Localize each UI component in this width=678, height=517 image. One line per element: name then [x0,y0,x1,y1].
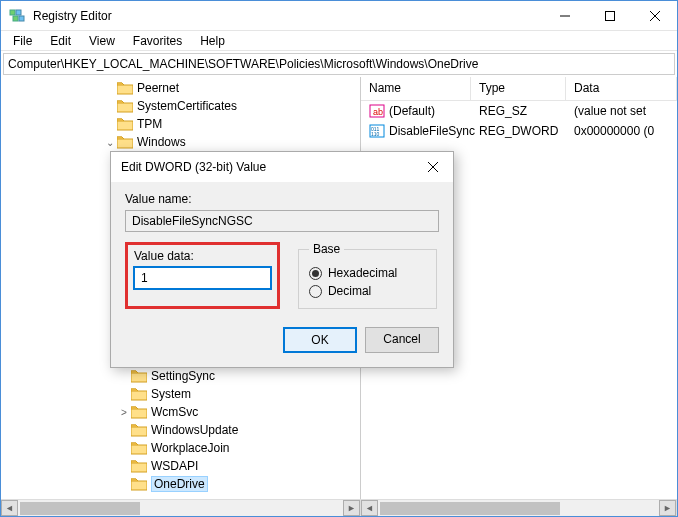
tree-label: WindowsUpdate [151,423,238,437]
value-name-label: Value name: [125,192,439,206]
menu-file[interactable]: File [5,32,40,50]
tree-label: SystemCertificates [137,99,237,113]
tree-item-windows[interactable]: ⌄Windows [1,133,360,151]
col-data[interactable]: Data [566,77,677,100]
tree-scroll-right[interactable]: ► [343,500,360,516]
value-type: REG_SZ [479,104,527,118]
list-row[interactable]: ab(Default)REG_SZ(value not set [361,101,677,121]
svg-text:ab: ab [373,107,383,117]
radio-dec[interactable] [309,285,322,298]
list-header: Name Type Data [361,77,677,101]
window-title: Registry Editor [33,9,542,23]
radio-dec-label: Decimal [328,284,371,298]
radio-dec-row[interactable]: Decimal [309,284,426,298]
tree-scroll-track[interactable] [18,500,343,516]
minimize-icon [560,11,570,21]
value-name: DisableFileSync [389,124,475,138]
tree-scroll-left[interactable]: ◄ [1,500,18,516]
svg-text:110: 110 [371,131,380,137]
cancel-button[interactable]: Cancel [365,327,439,353]
highlight-box: Value data: [125,242,280,309]
radio-hex[interactable] [309,267,322,280]
value-data-label: Value data: [134,249,271,263]
menu-view[interactable]: View [81,32,123,50]
tree-label: WcmSvc [151,405,198,419]
tree-label: WSDAPI [151,459,198,473]
svg-rect-5 [605,11,614,20]
edit-dword-dialog: Edit DWORD (32-bit) Value Value name: Di… [110,151,454,368]
menu-favorites[interactable]: Favorites [125,32,190,50]
tree-item-system[interactable]: System [1,385,360,403]
tree-item-wsdapi[interactable]: WSDAPI [1,457,360,475]
app-icon [9,8,25,24]
tree-item-peernet[interactable]: Peernet [1,79,360,97]
menubar: File Edit View Favorites Help [1,31,677,51]
dialog-close-button[interactable] [413,152,453,182]
maximize-icon [605,11,615,21]
value-type: REG_DWORD [479,124,558,138]
tree-item-wcmsvc[interactable]: >WcmSvc [1,403,360,421]
ok-button[interactable]: OK [283,327,357,353]
list-row[interactable]: 011110DisableFileSyncREG_DWORD0x00000000… [361,121,677,141]
value-data: 0x00000000 (0 [574,124,654,138]
tree-scroll-thumb[interactable] [20,502,140,515]
tree-item-systemcertificates[interactable]: SystemCertificates [1,97,360,115]
radio-hex-row[interactable]: Hexadecimal [309,266,426,280]
address-text: Computer\HKEY_LOCAL_MACHINE\SOFTWARE\Pol… [8,57,478,71]
svg-rect-3 [19,16,24,21]
svg-rect-1 [16,10,21,15]
value-data-input[interactable] [134,267,271,289]
base-legend: Base [309,242,344,256]
tree-item-tpm[interactable]: TPM [1,115,360,133]
tree-item-windowsupdate[interactable]: WindowsUpdate [1,421,360,439]
tree-label: Peernet [137,81,179,95]
tree-label: OneDrive [151,476,208,492]
tree-item-onedrive[interactable]: OneDrive [1,475,360,493]
tree-item-settingsync[interactable]: SettingSync [1,367,360,385]
svg-rect-2 [13,16,18,21]
close-icon [650,11,660,21]
tree-label: Windows [137,135,186,149]
maximize-button[interactable] [587,1,632,31]
chevron-icon[interactable]: ⌄ [103,137,117,148]
tree-label: TPM [137,117,162,131]
close-button[interactable] [632,1,677,31]
list-scroll-thumb[interactable] [380,502,560,515]
minimize-button[interactable] [542,1,587,31]
radio-hex-label: Hexadecimal [328,266,397,280]
list-scroll-left[interactable]: ◄ [361,500,378,516]
address-bar[interactable]: Computer\HKEY_LOCAL_MACHINE\SOFTWARE\Pol… [3,53,675,75]
value-name-field[interactable]: DisableFileSyncNGSC [125,210,439,232]
base-fieldset: Base Hexadecimal Decimal [298,242,437,309]
tree-item-workplacejoin[interactable]: WorkplaceJoin [1,439,360,457]
chevron-icon[interactable]: > [117,407,131,418]
menu-edit[interactable]: Edit [42,32,79,50]
titlebar: Registry Editor [1,1,677,31]
menu-help[interactable]: Help [192,32,233,50]
value-name: (Default) [389,104,435,118]
close-icon [428,162,438,172]
value-data: (value not set [574,104,646,118]
list-scroll-right[interactable]: ► [659,500,676,516]
dialog-title: Edit DWORD (32-bit) Value [121,160,413,174]
dialog-titlebar[interactable]: Edit DWORD (32-bit) Value [111,152,453,182]
svg-rect-0 [10,10,15,15]
col-type[interactable]: Type [471,77,566,100]
tree-label: WorkplaceJoin [151,441,229,455]
list-scroll-track[interactable] [378,500,659,516]
col-name[interactable]: Name [361,77,471,100]
tree-label: System [151,387,191,401]
bottom-scrollbars: ◄ ► ◄ ► [1,499,677,516]
tree-label: SettingSync [151,369,215,383]
